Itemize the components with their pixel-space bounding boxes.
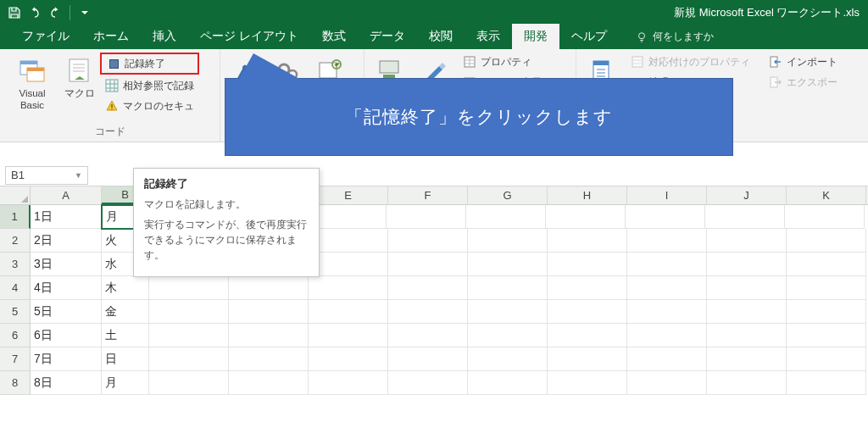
cell[interactable]: 木 <box>102 276 149 300</box>
row-header[interactable]: 7 <box>0 347 31 371</box>
cell[interactable]: 金 <box>102 300 149 324</box>
row-header[interactable]: 6 <box>0 324 31 347</box>
tab-layout[interactable]: ページ レイアウト <box>188 24 310 49</box>
cell[interactable] <box>387 205 466 229</box>
cell[interactable] <box>626 205 705 229</box>
cell[interactable] <box>229 371 309 395</box>
cell[interactable] <box>627 300 707 324</box>
cell[interactable] <box>149 300 229 324</box>
cell[interactable] <box>627 324 707 347</box>
cell[interactable] <box>707 229 787 253</box>
cell[interactable] <box>149 347 229 371</box>
col-header-K[interactable]: K <box>787 186 866 204</box>
cell[interactable]: 日 <box>102 347 149 371</box>
row-header[interactable]: 3 <box>0 253 31 276</box>
cell[interactable] <box>229 300 309 324</box>
cell[interactable] <box>229 324 309 347</box>
relative-reference-button[interactable]: 相対参照で記録 <box>100 76 199 95</box>
cell[interactable]: 1日 <box>31 205 102 229</box>
cell[interactable] <box>388 276 468 300</box>
cell[interactable] <box>627 276 707 300</box>
cell[interactable]: 6日 <box>31 324 102 347</box>
cell[interactable] <box>627 347 707 371</box>
row-header[interactable]: 8 <box>0 371 31 395</box>
macro-security-button[interactable]: マクロのセキュ <box>100 97 199 115</box>
tab-review[interactable]: 校閲 <box>417 24 465 49</box>
cell[interactable] <box>466 205 546 229</box>
cell[interactable] <box>388 229 468 253</box>
import-button[interactable]: インポート <box>764 53 843 71</box>
cell[interactable] <box>229 276 309 300</box>
cell[interactable] <box>548 300 627 324</box>
cell[interactable] <box>627 253 707 276</box>
stop-recording-button[interactable]: 記録終了 <box>100 53 199 75</box>
cell[interactable] <box>787 300 866 324</box>
save-button[interactable] <box>5 3 24 23</box>
cell[interactable] <box>787 371 866 395</box>
tab-insert[interactable]: 挿入 <box>141 24 188 49</box>
tell-me-search[interactable]: 何をしますか <box>627 25 722 49</box>
col-header-F[interactable]: F <box>388 186 468 204</box>
col-header-G[interactable]: G <box>468 186 548 204</box>
cell[interactable] <box>388 300 468 324</box>
cell[interactable]: 7日 <box>31 347 102 371</box>
undo-button[interactable] <box>25 3 44 23</box>
cell[interactable] <box>707 324 787 347</box>
cell[interactable] <box>707 253 787 276</box>
cell[interactable] <box>309 253 388 276</box>
cell[interactable] <box>388 371 468 395</box>
tab-file[interactable]: ファイル <box>10 24 81 49</box>
cell[interactable] <box>468 371 548 395</box>
col-header-A[interactable]: A <box>31 186 102 204</box>
cell[interactable] <box>468 276 548 300</box>
cell[interactable] <box>787 253 866 276</box>
cell[interactable] <box>787 276 866 300</box>
cell[interactable] <box>468 253 548 276</box>
cell[interactable] <box>548 324 627 347</box>
row-header[interactable]: 5 <box>0 300 31 324</box>
row-header[interactable]: 2 <box>0 229 31 253</box>
cell[interactable] <box>548 229 627 253</box>
cell[interactable] <box>309 347 388 371</box>
cell[interactable]: 土 <box>102 324 149 347</box>
cell[interactable] <box>707 300 787 324</box>
tab-home[interactable]: ホーム <box>81 24 141 49</box>
cell[interactable]: 3日 <box>31 253 102 276</box>
cell[interactable] <box>468 300 548 324</box>
cell[interactable] <box>149 324 229 347</box>
cell[interactable] <box>707 371 787 395</box>
cell[interactable] <box>309 371 388 395</box>
select-all-corner[interactable] <box>0 186 31 204</box>
cell[interactable] <box>149 371 229 395</box>
cell[interactable] <box>787 229 866 253</box>
col-header-I[interactable]: I <box>627 186 707 204</box>
tab-data[interactable]: データ <box>358 24 417 49</box>
cell[interactable]: 4日 <box>31 276 102 300</box>
cell[interactable] <box>548 253 627 276</box>
cell[interactable] <box>627 229 707 253</box>
col-header-J[interactable]: J <box>707 186 787 204</box>
col-header-E[interactable]: E <box>309 186 388 204</box>
cell[interactable] <box>707 276 787 300</box>
cell[interactable] <box>707 347 787 371</box>
qat-customize-button[interactable] <box>75 3 94 23</box>
cell[interactable] <box>546 205 626 229</box>
cell[interactable] <box>548 347 627 371</box>
tab-developer[interactable]: 開発 <box>512 24 559 49</box>
cell[interactable] <box>388 347 468 371</box>
visual-basic-button[interactable]: Visual Basic <box>5 53 59 115</box>
cell[interactable] <box>309 324 388 347</box>
cell[interactable] <box>309 229 388 253</box>
tab-formulas[interactable]: 数式 <box>310 24 358 49</box>
cell[interactable]: 月 <box>102 371 149 395</box>
name-box[interactable]: B1 ▼ <box>5 166 88 185</box>
cell[interactable] <box>309 300 388 324</box>
export-button[interactable]: エクスポー <box>764 73 843 92</box>
cell[interactable] <box>787 324 866 347</box>
cell[interactable] <box>468 347 548 371</box>
cell[interactable] <box>785 205 865 229</box>
col-header-H[interactable]: H <box>548 186 627 204</box>
cell[interactable] <box>548 276 627 300</box>
cell[interactable] <box>548 371 627 395</box>
cell[interactable] <box>468 324 548 347</box>
